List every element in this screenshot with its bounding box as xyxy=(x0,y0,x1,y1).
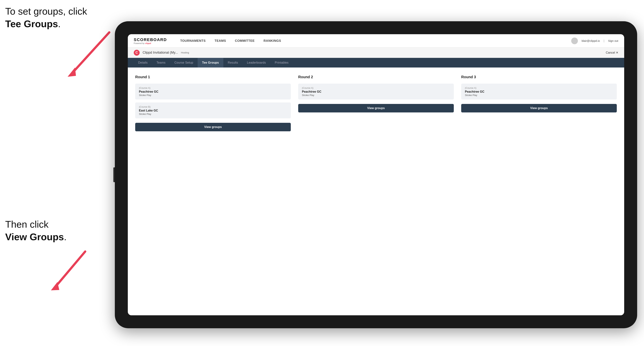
nav-teams[interactable]: TEAMS xyxy=(210,34,230,47)
nav-items: TOURNAMENTS TEAMS COMMITTEE RANKINGS xyxy=(176,34,571,47)
logo-area: SCOREBOARD Powered by clippd xyxy=(134,37,167,44)
round-1-column: Round 1 (Course A) Peachtree GC Stroke P… xyxy=(135,75,291,131)
round-2-course-a-name: Peachtree GC xyxy=(302,90,450,93)
instruction-bottom-line1: Then click xyxy=(5,219,48,230)
logo-subtitle: Powered by clippd xyxy=(134,42,167,44)
nav-rankings[interactable]: RANKINGS xyxy=(259,34,286,47)
round-3-course-a-name: Peachtree GC xyxy=(465,90,613,93)
tournament-title: Clippd Invitational (My... xyxy=(142,51,178,55)
svg-line-0 xyxy=(72,32,109,73)
view-groups-highlight: View Groups xyxy=(5,231,64,242)
tabs-bar: Details Teams Course Setup Tee Groups Re… xyxy=(128,58,624,67)
tab-tee-groups[interactable]: Tee Groups xyxy=(198,58,223,67)
round-2-title: Round 2 xyxy=(298,75,454,79)
rounds-grid: Round 1 (Course A) Peachtree GC Stroke P… xyxy=(135,75,617,131)
main-content: Round 1 (Course A) Peachtree GC Stroke P… xyxy=(128,67,624,315)
scoreboard-logo: SCOREBOARD xyxy=(134,37,167,42)
round-1-title: Round 1 xyxy=(135,75,291,79)
instruction-bottom: Then click View Groups. xyxy=(5,218,66,243)
round-1-course-a-card: (Course A) Peachtree GC Stroke Play xyxy=(135,84,291,100)
tab-leaderboards[interactable]: Leaderboards xyxy=(242,58,270,67)
instruction-top: To set groups, click Tee Groups. xyxy=(5,5,87,30)
svg-marker-1 xyxy=(68,67,76,77)
round-2-course-a-format: Stroke Play xyxy=(302,94,450,97)
arrow-to-tee-groups xyxy=(58,27,117,86)
clippd-logo-icon: C xyxy=(134,50,140,56)
tab-course-setup[interactable]: Course Setup xyxy=(170,58,198,67)
instruction-top-line1: To set groups, click xyxy=(5,6,87,17)
round-3-course-a-label: (Course A) xyxy=(465,87,613,89)
sub-header-left: C Clippd Invitational (My... Hosting xyxy=(134,50,189,56)
tablet-side-button xyxy=(113,167,115,182)
tee-groups-highlight: Tee Groups xyxy=(5,18,58,29)
round-3-course-a-format: Stroke Play xyxy=(465,94,613,97)
tab-results[interactable]: Results xyxy=(223,58,242,67)
user-avatar xyxy=(571,37,578,44)
nav-committee[interactable]: COMMITTEE xyxy=(230,34,259,47)
round-1-course-a-label: (Course A) xyxy=(139,87,287,89)
round-1-course-b-name: East Lake GC xyxy=(139,109,287,112)
arrow-to-view-groups xyxy=(41,246,92,298)
tab-details[interactable]: Details xyxy=(134,58,152,67)
round-2-course-a-label: (Course A) xyxy=(302,87,450,89)
tablet-screen: SCOREBOARD Powered by clippd TOURNAMENTS… xyxy=(128,34,624,315)
round-2-view-groups-button[interactable]: View groups xyxy=(298,104,454,112)
round-3-title: Round 3 xyxy=(461,75,617,79)
round-1-view-groups-button[interactable]: View groups xyxy=(135,123,291,131)
user-email: blair@clippd.io xyxy=(582,39,600,42)
round-2-column: Round 2 (Course A) Peachtree GC Stroke P… xyxy=(298,75,454,131)
svg-line-2 xyxy=(56,251,85,287)
tab-printables[interactable]: Printables xyxy=(270,58,293,67)
round-1-course-b-format: Stroke Play xyxy=(139,113,287,115)
sub-header: C Clippd Invitational (My... Hosting Can… xyxy=(128,47,624,58)
hosting-badge: Hosting xyxy=(181,51,189,54)
nav-tournaments[interactable]: TOURNAMENTS xyxy=(176,34,210,47)
round-2-course-a-card: (Course A) Peachtree GC Stroke Play xyxy=(298,84,454,100)
round-3-view-groups-button[interactable]: View groups xyxy=(461,104,617,112)
round-1-course-b-label: (Course B) xyxy=(139,105,287,108)
round-1-course-b-card: (Course B) East Lake GC Stroke Play xyxy=(135,102,291,118)
round-1-course-a-name: Peachtree GC xyxy=(139,90,287,93)
round-3-column: Round 3 (Course A) Peachtree GC Stroke P… xyxy=(461,75,617,131)
top-navigation: SCOREBOARD Powered by clippd TOURNAMENTS… xyxy=(128,34,624,47)
tablet-device: SCOREBOARD Powered by clippd TOURNAMENTS… xyxy=(115,21,637,328)
nav-right: blair@clippd.io | Sign out xyxy=(571,37,618,44)
cancel-button[interactable]: Cancel ✕ xyxy=(606,51,618,54)
round-1-course-a-format: Stroke Play xyxy=(139,94,287,97)
round-3-course-a-card: (Course A) Peachtree GC Stroke Play xyxy=(461,84,617,100)
tab-teams[interactable]: Teams xyxy=(152,58,170,67)
sign-out-link[interactable]: Sign out xyxy=(608,39,618,42)
